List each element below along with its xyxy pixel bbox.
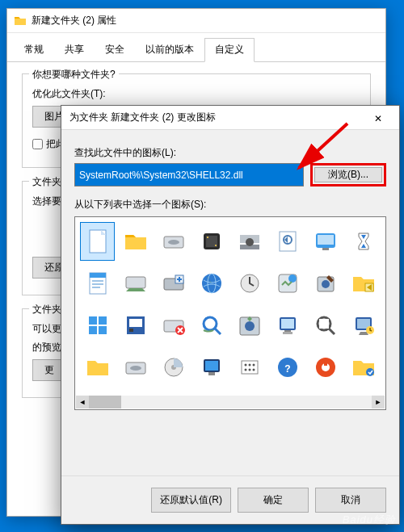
icon-item[interactable] [308,264,343,303]
icon-item[interactable] [194,306,229,345]
svg-point-60 [244,364,246,367]
cancel-button[interactable]: 取消 [315,488,386,513]
scroll-track[interactable] [89,396,372,408]
icon-grid: ? [80,222,381,387]
browse-button[interactable]: 浏览(B)... [314,167,382,182]
icon-item[interactable] [80,222,115,261]
svg-point-5 [207,237,208,238]
tab-customize[interactable]: 自定义 [204,38,255,62]
icon-item[interactable] [232,222,267,261]
svg-rect-18 [92,283,103,285]
icon-item[interactable] [308,222,343,261]
tab-general[interactable]: 常规 [14,38,54,61]
svg-rect-16 [90,273,106,278]
svg-rect-34 [99,326,107,334]
icon-item[interactable] [80,264,115,303]
icon-item[interactable] [118,306,153,345]
restore-defaults-button[interactable]: 还原默认值(R) [151,488,231,513]
tab-sharing[interactable]: 共享 [54,38,95,61]
icon-item[interactable] [308,306,343,345]
icon-item[interactable] [346,264,381,303]
icon-item[interactable] [194,222,229,261]
icon-item[interactable] [346,222,381,261]
svg-rect-17 [92,280,103,282]
svg-rect-48 [319,319,329,329]
icon-item[interactable] [346,348,381,387]
icon-item[interactable] [156,306,191,345]
properties-titlebar[interactable]: 新建文件夹 (2) 属性 [7,9,385,33]
svg-rect-37 [129,329,133,332]
properties-title: 新建文件夹 (2) 属性 [32,14,116,27]
watermark: Baidu经验 [343,513,396,527]
svg-rect-33 [89,326,97,334]
svg-point-53 [130,366,141,371]
svg-point-42 [245,321,255,331]
svg-rect-14 [322,248,329,250]
icon-item[interactable] [346,306,381,345]
svg-point-2 [168,240,179,245]
scroll-thumb[interactable] [89,396,121,408]
svg-point-65 [252,369,255,371]
icon-item[interactable]: ? [270,348,305,387]
icon-item[interactable] [118,348,153,387]
icon-item[interactable] [270,306,305,345]
ok-button[interactable]: 确定 [238,488,309,513]
icon-item[interactable] [118,222,153,261]
properties-tabs: 常规 共享 安全 以前的版本 自定义 [7,33,385,62]
optimize-label: 优化此文件夹(T): [32,87,360,101]
svg-rect-58 [208,372,215,375]
icon-item[interactable] [80,306,115,345]
svg-point-71 [366,368,374,376]
svg-point-6 [215,245,217,246]
dialog-titlebar[interactable]: 为文件夹 新建文件夹 (2) 更改图标 ✕ [61,106,399,130]
svg-point-64 [248,369,250,371]
svg-rect-59 [242,361,258,374]
svg-rect-13 [318,235,334,245]
close-button[interactable]: ✕ [362,107,394,129]
svg-point-61 [248,364,250,367]
dialog-body: 查找此文件中的图标(L): 浏览(B)... 从以下列表中选择一个图标(S): [61,130,399,421]
icon-item[interactable] [156,348,191,387]
tab-previous[interactable]: 以前的版本 [135,38,204,61]
select-icon-label: 从以下列表中选择一个图标(S): [74,198,386,212]
checkbox-icon[interactable] [32,139,43,149]
close-icon: ✕ [374,113,382,124]
scroll-right-icon[interactable]: ► [372,396,385,408]
look-in-label: 查找此文件中的图标(L): [74,146,386,160]
svg-rect-46 [283,332,292,334]
browse-highlight: 浏览(B)... [310,163,386,186]
horizontal-scrollbar[interactable]: ◄ ► [76,396,385,408]
icon-item[interactable] [232,306,267,345]
svg-point-63 [244,369,246,371]
svg-rect-32 [99,316,107,325]
icon-path-input[interactable] [74,163,304,186]
dialog-title: 为文件夹 新建文件夹 (2) 更改图标 [69,111,362,124]
svg-point-27 [288,274,297,283]
svg-rect-36 [129,319,142,327]
change-icon-dialog: 为文件夹 新建文件夹 (2) 更改图标 ✕ 查找此文件中的图标(L): 浏览(B… [61,105,400,525]
folder-icon [14,15,27,27]
icon-item[interactable] [80,348,115,387]
svg-rect-20 [126,277,145,288]
svg-point-29 [322,280,330,288]
icon-list[interactable]: ? ◄ ► [74,216,386,410]
svg-text:?: ? [284,363,290,375]
icon-item[interactable] [194,348,229,387]
group-title: 你想要哪种文件夹? [29,68,119,82]
svg-rect-70 [324,359,327,366]
icon-item[interactable] [156,264,191,303]
icon-item[interactable] [232,348,267,387]
svg-rect-57 [205,361,218,371]
svg-point-9 [246,238,254,246]
icon-item[interactable] [308,348,343,387]
icon-item[interactable] [270,264,305,303]
icon-item[interactable] [118,264,153,303]
icon-item[interactable] [270,222,305,261]
icon-item[interactable] [232,264,267,303]
icon-item[interactable] [156,222,191,261]
svg-rect-31 [89,316,97,325]
icon-item[interactable] [194,264,229,303]
scroll-left-icon[interactable]: ◄ [76,396,89,408]
tab-security[interactable]: 安全 [95,38,135,61]
svg-rect-44 [281,319,294,329]
